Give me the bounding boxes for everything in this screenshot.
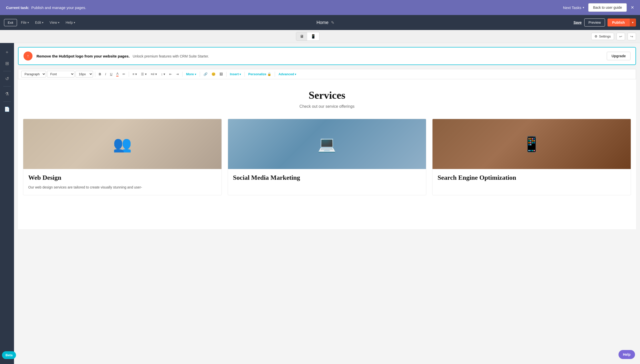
exit-button[interactable]: Exit [4, 19, 17, 26]
web-design-image [23, 119, 222, 169]
font-size-select[interactable]: 16px [76, 71, 93, 78]
main-toolbar: Exit File Edit View Help Home ✎ Save Pre… [0, 15, 640, 30]
emoji-button[interactable]: 😊 [210, 71, 217, 77]
back-to-user-guide-button[interactable]: Back to user guide [588, 3, 627, 12]
gear-icon: ⚙ [594, 34, 598, 38]
upgrade-main-text: Remove the HubSpot logo from your websit… [36, 54, 130, 58]
italic-button[interactable]: I [104, 71, 108, 77]
document-icon[interactable]: 📄 [2, 104, 12, 114]
personalize-label: Personalize [248, 72, 266, 76]
paragraph-select[interactable]: Paragraph [21, 71, 46, 78]
more-button[interactable]: More [184, 71, 198, 77]
page-title: Home [316, 20, 328, 25]
lock-icon: 🔒 [267, 72, 271, 76]
publish-dropdown-button[interactable]: ▾ [629, 18, 636, 26]
editor-layout: ＋ ⊞ ↺ ⚗ 📄 ↑ Remove the HubSpot logo from… [0, 43, 640, 364]
upgrade-icon-glyph: ↑ [27, 54, 29, 59]
social-media-image [228, 119, 426, 169]
flask-icon[interactable]: ⚗ [2, 89, 12, 99]
insert-button[interactable]: Insert [228, 71, 242, 77]
upgrade-sub-text: Unlock premium features with CRM Suite S… [133, 54, 209, 58]
social-media-card-body: Social Media Marketing [228, 169, 426, 190]
bold-button[interactable]: B [97, 71, 102, 77]
toolbar-divider-6 [244, 72, 245, 77]
services-subtitle: Check out our service offerings [23, 104, 631, 109]
web-design-text: Our web design services are tailored to … [28, 184, 216, 190]
left-sidebar: ＋ ⊞ ↺ ⚗ 📄 [0, 43, 14, 364]
ordered-list-button[interactable]: ≡# ▾ [149, 71, 158, 77]
toolbar-divider-7 [275, 72, 275, 77]
file-menu[interactable]: File [19, 20, 31, 26]
device-bar-right: ⚙ Settings ↩ ↪ [591, 33, 636, 40]
device-toggle: 🖥 📱 [296, 32, 320, 41]
image-button[interactable]: 🖼 [218, 71, 224, 77]
advanced-button[interactable]: Advanced [277, 71, 298, 77]
indent-more-button[interactable]: ⇥ [174, 71, 180, 77]
editor-main: ↑ Remove the HubSpot logo from your webs… [14, 43, 640, 364]
help-button[interactable]: Help [618, 350, 635, 359]
upgrade-button[interactable]: Upgrade [607, 52, 630, 60]
device-bar: 🖥 📱 ⚙ Settings ↩ ↪ [0, 30, 640, 43]
upgrade-banner: ↑ Remove the HubSpot logo from your webs… [18, 47, 636, 65]
undo-button[interactable]: ↩ [616, 33, 625, 40]
web-design-card-body: Web Design Our web design services are t… [23, 169, 222, 195]
underline-button[interactable]: U [108, 71, 114, 77]
list-button[interactable]: ☰ ▾ [140, 71, 148, 77]
settings-label: Settings [599, 34, 611, 38]
rich-text-toolbar: Paragraph Font 16px B I U A ✏ ≡ ▾ ☰ ▾ ≡#… [18, 69, 636, 79]
service-card-social-media: Social Media Marketing [228, 119, 426, 195]
mobile-view-button[interactable]: 📱 [307, 32, 319, 40]
services-title: Services [23, 89, 631, 101]
line-spacing-button[interactable]: ↕ ▾ [160, 71, 167, 77]
align-button[interactable]: ≡ ▾ [131, 71, 138, 77]
seo-image [432, 119, 631, 169]
sidebar-divider-3 [3, 102, 11, 102]
view-menu[interactable]: View [48, 20, 62, 26]
add-element-icon[interactable]: ＋ [2, 47, 12, 57]
service-card-seo: Search Engine Optimization [432, 119, 631, 195]
indent-less-button[interactable]: ⇤ [168, 71, 174, 77]
personalize-button[interactable]: Personalize 🔒 [247, 71, 273, 77]
task-bar: Current task: Publish and manage your pa… [0, 0, 640, 15]
social-media-title: Social Media Marketing [233, 174, 421, 182]
upgrade-text: Remove the HubSpot logo from your websit… [36, 54, 603, 58]
next-tasks-button[interactable]: Next Tasks [563, 6, 584, 10]
service-card-web-design: Web Design Our web design services are t… [23, 119, 222, 195]
undo-sidebar-icon[interactable]: ↺ [2, 74, 12, 84]
sidebar-divider-1 [3, 71, 11, 71]
preview-button[interactable]: Preview [584, 18, 605, 26]
toolbar-divider-3 [182, 72, 182, 77]
save-button[interactable]: Save [574, 20, 582, 24]
redo-button[interactable]: ↪ [628, 33, 636, 40]
current-task-text: Publish and manage your pages. [31, 6, 86, 10]
settings-button[interactable]: ⚙ Settings [591, 33, 614, 40]
toolbar-left: Exit File Edit View Help [4, 19, 77, 26]
upgrade-icon: ↑ [24, 52, 32, 60]
help-menu[interactable]: Help [64, 20, 77, 26]
close-task-button[interactable]: × [631, 5, 634, 10]
highlight-button[interactable]: ✏ [121, 71, 127, 77]
text-color-button[interactable]: A [115, 71, 120, 78]
page-content: Services Check out our service offerings… [18, 79, 636, 229]
edit-page-title-icon[interactable]: ✎ [331, 20, 334, 25]
layout-icon[interactable]: ⊞ [2, 58, 12, 68]
toolbar-right: Save Preview Publish ▾ [574, 18, 636, 26]
link-button[interactable]: 🔗 [202, 71, 209, 77]
toolbar-divider-4 [200, 72, 200, 77]
web-design-title: Web Design [28, 174, 216, 182]
task-bar-right: Next Tasks Back to user guide × [563, 3, 634, 12]
sidebar-divider-2 [3, 86, 11, 86]
toolbar-divider-5 [226, 72, 226, 77]
seo-card-body: Search Engine Optimization [432, 169, 631, 190]
toolbar-divider-1 [95, 72, 95, 77]
seo-title: Search Engine Optimization [438, 174, 626, 182]
publish-button[interactable]: Publish [608, 18, 629, 26]
task-bar-left: Current task: Publish and manage your pa… [6, 6, 86, 10]
current-task-label: Current task: [6, 6, 29, 10]
edit-menu[interactable]: Edit [33, 20, 46, 26]
beta-button[interactable]: Beta [2, 351, 16, 359]
desktop-view-button[interactable]: 🖥 [296, 32, 307, 40]
publish-button-group: Publish ▾ [608, 18, 636, 26]
toolbar-center: Home ✎ [316, 20, 334, 25]
font-select[interactable]: Font [47, 71, 74, 78]
